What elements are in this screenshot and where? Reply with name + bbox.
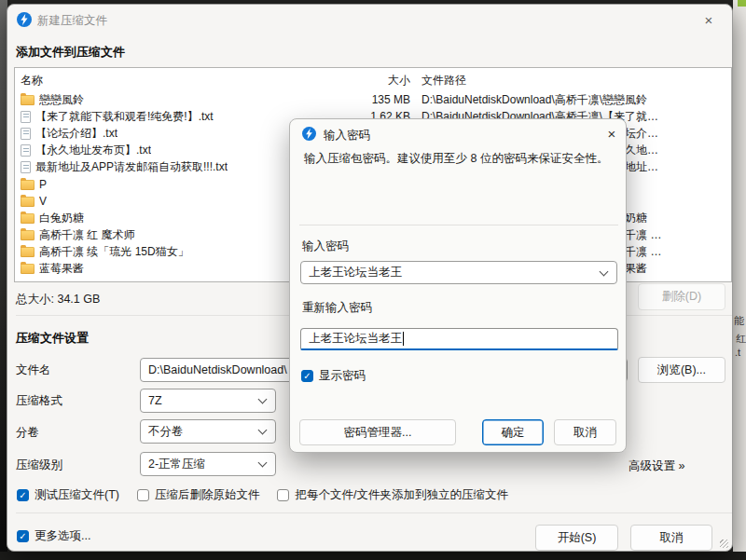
checkbox-icon bbox=[277, 489, 289, 501]
file-name: 高桥千凛 红 魔术师 bbox=[39, 227, 135, 243]
volume-label: 分卷 bbox=[16, 425, 39, 441]
column-header-size[interactable]: 大小 bbox=[367, 73, 410, 89]
file-name: 蓝莓果酱 bbox=[39, 261, 84, 277]
file-icon bbox=[21, 128, 31, 140]
separator bbox=[299, 225, 618, 225]
file-size: 135 MB bbox=[367, 93, 410, 106]
background-text-fragment: 红 bbox=[736, 332, 746, 346]
password-manager-button[interactable]: 密码管理器... bbox=[299, 419, 456, 445]
file-list-header[interactable]: 名称 大小 文件路径 bbox=[15, 68, 731, 91]
browse-button[interactable]: 浏览(B)... bbox=[638, 357, 725, 383]
file-name: 最新地址及APP请发邮箱自动获取!!!.txt bbox=[35, 159, 228, 175]
folder-icon bbox=[21, 180, 35, 190]
chevron-down-icon bbox=[600, 266, 609, 276]
more-options-label: 更多选项... bbox=[35, 528, 90, 544]
level-label: 压缩级别 bbox=[16, 458, 62, 473]
chevron-down-icon bbox=[258, 395, 268, 404]
option-checkbox-2[interactable]: 把每个文件/文件夹添加到独立的压缩文件 bbox=[277, 487, 507, 503]
folder-icon bbox=[21, 95, 35, 105]
text-caret bbox=[403, 332, 404, 346]
chevron-down-icon bbox=[258, 458, 268, 468]
archive-settings-title: 压缩文件设置 bbox=[16, 330, 89, 347]
cancel-button[interactable]: 取消 bbox=[630, 525, 712, 551]
file-name: V bbox=[39, 195, 47, 208]
folder-icon bbox=[21, 197, 35, 207]
file-icon bbox=[21, 144, 31, 157]
file-path: D:\BaiduNetdiskDownload\高桥千凛\戀戀風鈴 bbox=[421, 92, 670, 108]
advanced-settings-link[interactable]: 高级设置 » bbox=[629, 458, 684, 474]
file-name: 【来了就能下载和观看!纯免费!】.txt bbox=[35, 109, 214, 125]
more-options-checkbox[interactable]: ✓ 更多选项... bbox=[17, 528, 90, 544]
password-input[interactable]: 上老王论坛当老王 bbox=[300, 261, 617, 284]
add-files-section-title: 添加文件到压缩文件 bbox=[16, 44, 125, 61]
app-icon bbox=[17, 12, 32, 27]
reenter-password-input[interactable]: 上老王论坛当老王 bbox=[300, 328, 618, 350]
dialog-cancel-button[interactable]: 取消 bbox=[554, 419, 616, 445]
file-name: P bbox=[39, 178, 47, 191]
checkbox-icon: ✓ bbox=[17, 489, 29, 501]
reenter-password-value: 上老王论坛当老王 bbox=[309, 331, 402, 347]
file-icon bbox=[21, 111, 31, 123]
background-window-speck bbox=[738, 0, 746, 7]
delete-button[interactable]: 删除(D) bbox=[638, 283, 725, 310]
close-icon[interactable]: × bbox=[697, 8, 721, 31]
checkbox-label: 测试压缩文件(T) bbox=[35, 487, 119, 503]
close-icon[interactable]: × bbox=[600, 122, 624, 144]
format-value: 7Z bbox=[148, 394, 162, 407]
window-title: 新建压缩文件 bbox=[37, 13, 107, 29]
checkbox-icon: ✓ bbox=[301, 370, 313, 382]
format-label: 压缩格式 bbox=[16, 393, 62, 409]
volume-value: 不分卷 bbox=[148, 424, 184, 440]
level-select[interactable]: 2-正常压缩 bbox=[140, 452, 276, 476]
folder-icon bbox=[21, 230, 35, 240]
checkbox-icon bbox=[137, 489, 149, 501]
checkbox-icon: ✓ bbox=[17, 530, 29, 542]
background-window-strip bbox=[733, 0, 746, 560]
separator bbox=[16, 512, 732, 513]
file-icon bbox=[21, 161, 31, 173]
options-row: ✓测试压缩文件(T)压缩后删除原始文件把每个文件/文件夹添加到独立的压缩文件 bbox=[17, 487, 508, 503]
dialog-title: 输入密码 bbox=[324, 128, 370, 143]
folder-icon bbox=[21, 264, 35, 274]
file-name: 【论坛介绍】.txt bbox=[35, 126, 117, 142]
folder-icon bbox=[21, 213, 35, 224]
background-text-fragment: 能 bbox=[734, 314, 744, 328]
resize-grip[interactable] bbox=[720, 540, 728, 548]
ok-button[interactable]: 确定 bbox=[482, 419, 544, 445]
level-value: 2-正常压缩 bbox=[148, 457, 205, 472]
checkbox-label: 把每个文件/文件夹添加到独立的压缩文件 bbox=[295, 487, 507, 503]
option-checkbox-1[interactable]: 压缩后删除原始文件 bbox=[137, 487, 260, 503]
file-name: 【永久地址发布页】.txt bbox=[35, 143, 151, 158]
password-dialog: 输入密码 × 输入压缩包密码。建议使用至少 8 位的密码来保证安全性。 输入密码… bbox=[289, 118, 627, 453]
column-header-name[interactable]: 名称 bbox=[15, 73, 367, 89]
app-icon bbox=[302, 127, 316, 141]
password-value: 上老王论坛当老王 bbox=[309, 265, 402, 280]
column-header-path[interactable]: 文件路径 bbox=[421, 73, 670, 89]
file-name: 高桥千凛 续「琉光 15D猫女」 bbox=[39, 244, 189, 260]
volume-select[interactable]: 不分卷 bbox=[140, 419, 276, 444]
table-row[interactable]: 戀戀風鈴135 MBD:\BaiduNetdiskDownload\高桥千凛\戀… bbox=[15, 91, 731, 108]
format-select[interactable]: 7Z bbox=[140, 389, 276, 413]
reenter-password-label: 重新输入密码 bbox=[302, 300, 372, 316]
titlebar[interactable]: 新建压缩文件 × bbox=[7, 5, 732, 34]
dialog-description: 输入压缩包密码。建议使用至少 8 位的密码来保证安全性。 bbox=[304, 150, 616, 168]
option-checkbox-0[interactable]: ✓测试压缩文件(T) bbox=[17, 487, 119, 503]
background-text-fragment: .t bbox=[735, 347, 740, 358]
total-size-label: 总大小: 34.1 GB bbox=[16, 292, 100, 307]
start-button[interactable]: 开始(S) bbox=[535, 525, 618, 551]
enter-password-label: 输入密码 bbox=[302, 239, 349, 254]
file-name: 白兔奶糖 bbox=[39, 211, 84, 226]
desktop-backdrop-bottom bbox=[0, 552, 746, 560]
file-name: 戀戀風鈴 bbox=[39, 92, 84, 108]
folder-icon bbox=[21, 247, 35, 257]
checkbox-label: 压缩后删除原始文件 bbox=[155, 487, 260, 503]
show-password-checkbox[interactable]: ✓ 显示密码 bbox=[301, 368, 366, 384]
show-password-label: 显示密码 bbox=[319, 368, 366, 384]
chevron-down-icon bbox=[258, 426, 268, 435]
filename-label: 文件名 bbox=[16, 362, 51, 378]
